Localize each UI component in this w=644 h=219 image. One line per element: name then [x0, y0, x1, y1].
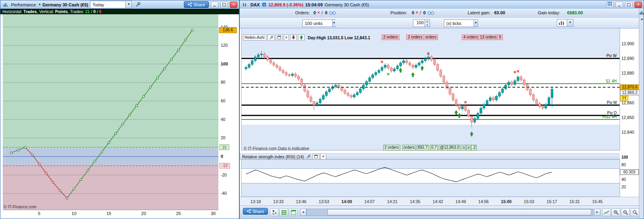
rsi-settings-wrench-icon[interactable]	[305, 154, 311, 159]
info-icon[interactable]: i	[262, 2, 266, 8]
copyright-row: © IT-Finance.com Data is indicative	[244, 146, 309, 151]
minimize-button[interactable]: ▁	[211, 2, 218, 8]
time-axis-label: 14:56	[474, 199, 493, 204]
order-count-badge[interactable]: 13 orders	[478, 35, 498, 40]
panel-chart-icon[interactable]	[640, 10, 644, 15]
svg-text:20: 20	[141, 211, 146, 216]
side-panel-gutter: ◄	[639, 9, 644, 219]
svg-text:80: 80	[221, 80, 225, 85]
layout-grid-icon[interactable]	[606, 2, 613, 8]
step-up-icon[interactable]: ▲	[425, 20, 430, 23]
cancel-orders-icon[interactable]: ×	[317, 10, 320, 15]
export-data-icon[interactable]	[279, 208, 288, 216]
order-count-badge[interactable]: 2 orders	[406, 35, 424, 40]
dax-price-chart[interactable]: Piv WS1 4HPiv MPiv DmS2 4H××××××12,90012…	[240, 28, 640, 154]
orders-settings-icon[interactable]	[329, 11, 336, 16]
position-count-2: 0	[423, 10, 426, 15]
fill-info-badge[interactable]: .2	[471, 145, 477, 150]
maximize-button[interactable]	[625, 2, 633, 8]
svg-text:15: 15	[106, 211, 111, 216]
trader-profile-icon[interactable]	[270, 208, 279, 216]
svg-text:×: ×	[387, 71, 390, 77]
losses-count: 6	[99, 9, 101, 14]
indicative-label: Data is indicative	[278, 146, 309, 151]
period-value: Today	[90, 2, 120, 7]
step-down-icon[interactable]: ▼	[425, 23, 430, 27]
time-axis-label: 14:49	[451, 199, 470, 204]
rsi-header: Relative strength index (RSI) (14) ×	[240, 154, 620, 159]
rsi-chart[interactable]: 1008060402060.303	[240, 159, 640, 197]
share-button[interactable]: Share	[243, 208, 268, 215]
chevron-down-icon[interactable]: ▼	[567, 19, 573, 26]
collapse-panel-icon[interactable]: ◄	[640, 17, 643, 21]
fill-info-badge[interactable]: 2 orders	[383, 145, 400, 150]
fill-info-badge[interactable]: s	[462, 145, 466, 150]
scroll-left-button[interactable]: ◄	[300, 209, 306, 216]
symbol-label[interactable]: DAX	[250, 2, 260, 7]
svg-text:12,890: 12,890	[621, 56, 634, 61]
zoom-in-icon[interactable]	[612, 208, 620, 216]
share-label: Share	[193, 2, 205, 7]
svg-text:×: ×	[514, 69, 517, 75]
close-position-icon[interactable]: ×	[416, 10, 418, 15]
time-axis-label: 15:45	[588, 199, 607, 204]
window-title: Performance	[11, 2, 36, 7]
close-button[interactable]: ×	[230, 2, 237, 8]
share-button[interactable]: Share	[184, 1, 209, 8]
chevron-down-icon[interactable]: ▼	[474, 20, 478, 27]
fill-info-badge[interactable]: 0.7	[430, 145, 438, 150]
copyright-label: © IT-Finance.com	[244, 146, 277, 151]
auto-scale-icon[interactable]	[602, 208, 611, 216]
units-select[interactable]: 100 units ▼	[302, 19, 336, 27]
chart-scrollbar[interactable]	[306, 209, 593, 216]
scrollbar-thumb[interactable]	[327, 209, 591, 215]
quantity-value[interactable]: 100	[413, 20, 424, 27]
settings-wrench-icon[interactable]	[134, 2, 141, 8]
chevron-down-icon[interactable]: ▼	[125, 1, 132, 8]
zoom-reset-icon[interactable]	[631, 208, 639, 216]
performance-chart[interactable]: 5101520253014012010080604020100-10-20-40…	[0, 14, 239, 219]
fill-info-badge[interactable]: s	[466, 145, 471, 150]
ticks-mode-select[interactable]: (x) ticks ▼	[444, 19, 478, 27]
separator: /	[420, 10, 421, 15]
rsi-expand-icon[interactable]	[313, 154, 319, 159]
performance-info-bar: Horizontal: Trades, Vertical: Points, Tr…	[0, 9, 239, 14]
order-table-icon[interactable]	[289, 208, 298, 216]
candlestick-window-icon	[241, 2, 248, 8]
info-label: , Trades:	[68, 9, 85, 14]
chart-style-button[interactable]: ▼	[557, 19, 573, 27]
chevron-down-icon[interactable]: ▼	[332, 20, 336, 27]
position-count: 0	[412, 10, 414, 15]
order-count-badge[interactable]: 4 orders	[462, 35, 480, 40]
zoom-out-icon[interactable]	[621, 208, 630, 216]
close-button[interactable]: ×	[634, 2, 642, 8]
svg-text:0: 0	[221, 154, 223, 159]
order-entry-bar: 100 units ▼ 100 ▲▼ (x) ticks ▼ ▼	[240, 18, 640, 29]
order-count-badge[interactable]: orders	[424, 35, 438, 40]
time-axis-label: 15:17	[543, 199, 562, 204]
fill-info-badge[interactable]: orders	[402, 145, 416, 150]
copyright-label: © IT-Finance.com	[4, 204, 36, 209]
order-count-badge[interactable]: 2 orders	[382, 35, 399, 40]
fill-info-badge[interactable]: @12,863.0	[439, 145, 461, 150]
price-axis[interactable]: 12,90012,89012,88012,86012,85012,84012,8…	[620, 41, 639, 135]
order-count-badge[interactable]: 5	[497, 35, 503, 40]
svg-text:12,870.6: 12,870.6	[622, 85, 638, 89]
period-select[interactable]: Today ▼	[90, 1, 132, 8]
svg-text:5: 5	[38, 211, 40, 216]
instrument-dropdown[interactable]: ▼ Germany 30 Cash (€5)	[38, 2, 88, 7]
scroll-right-button[interactable]: ►	[594, 209, 600, 216]
performance-titlebar: Performance ▼ Germany 30 Cash (€5) Today…	[0, 0, 239, 9]
fill-info-badge[interactable]: 892.7	[417, 145, 429, 150]
svg-text:×: ×	[516, 68, 520, 74]
quantity-stepper[interactable]: 100 ▲▼	[413, 19, 430, 27]
rsi-close-icon[interactable]: ×	[321, 154, 326, 159]
svg-text:Piv M: Piv M	[607, 100, 617, 105]
maximize-button[interactable]	[220, 2, 228, 8]
minimize-button[interactable]: ▁	[615, 2, 623, 8]
position-settings-icon[interactable]	[427, 11, 434, 16]
performance-window: Performance ▼ Germany 30 Cash (€5) Today…	[0, 0, 239, 219]
svg-text:7T: 7T	[622, 96, 627, 101]
svg-text:80: 80	[621, 163, 626, 167]
perf-y-axis: 14012010080604020100-10-20-40	[220, 25, 230, 196]
